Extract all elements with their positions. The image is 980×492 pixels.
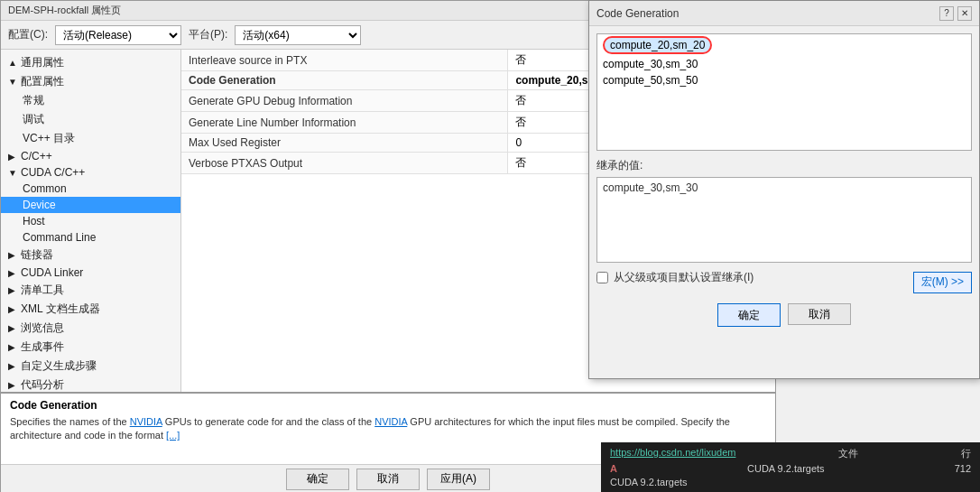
dialog-body: compute_20,sm_20 compute_30,sm_30 comput…: [589, 26, 979, 334]
prop-name: Generate Line Number Information: [181, 112, 508, 134]
inherit-checkbox-label: 从父级或项目默认设置继承(I): [614, 270, 753, 285]
info-row-1: https://blog.csdn.net/lixudem 文件 行: [610, 447, 971, 460]
expand-icon-custom: ▶: [8, 361, 19, 371]
sidebar-item-xml[interactable]: ▶ XML 文档生成器: [1, 300, 180, 319]
inherit-checkbox[interactable]: [596, 272, 608, 283]
dialog-cancel-button[interactable]: 取消: [788, 303, 851, 325]
listbox-item-2[interactable]: compute_30,sm_30: [597, 56, 971, 72]
info-cuda-targets2: CUDA 9.2.targets: [610, 477, 688, 487]
dialog-ok-button[interactable]: 确定: [717, 303, 781, 327]
expand-icon-config: ▼: [8, 77, 19, 87]
platform-label: 平台(P):: [189, 27, 227, 42]
listbox-item-3[interactable]: compute_50,sm_50: [597, 72, 971, 88]
info-row-3: CUDA 9.2.targets: [610, 477, 971, 487]
info-file-label: 文件: [838, 447, 858, 460]
macro-button[interactable]: 宏(M) >>: [913, 272, 972, 293]
code-generation-dialog: Code Generation ? ✕ compute_20,sm_20 com…: [588, 0, 980, 379]
sidebar-item-cuda[interactable]: ▼ CUDA C/C++: [1, 164, 180, 181]
checkbox-row: 从父级或项目默认设置继承(I): [596, 270, 753, 285]
info-line-num1: 712: [955, 463, 971, 474]
expand-icon-build: ▶: [8, 342, 19, 352]
main-title: DEM-SPH-rockfall 属性页: [8, 4, 121, 17]
sidebar-label-manifest: 清单工具: [21, 283, 64, 298]
inherit-label: 继承的值:: [596, 158, 972, 173]
apply-button[interactable]: 应用(A): [427, 469, 490, 490]
expand-icon-cuda-linker: ▶: [8, 268, 19, 278]
sidebar-label-host: Host: [23, 215, 45, 227]
desc-title: Code Generation: [10, 399, 766, 412]
sidebar-label-cpp: C/C++: [21, 150, 52, 162]
cancel-button[interactable]: 取消: [356, 469, 420, 490]
expand-icon-cuda: ▼: [8, 168, 19, 178]
checkbox-macro-row: 从父级或项目默认设置继承(I) 宏(M) >>: [596, 270, 972, 294]
dialog-titlebar: Code Generation ? ✕: [589, 1, 979, 26]
prop-name: Interleave source in PTX: [181, 50, 508, 71]
sidebar-item-code-analysis[interactable]: ▶ 代码分析: [1, 376, 180, 392]
prop-name: Max Used Register: [181, 134, 508, 153]
bottom-info-panel: https://blog.csdn.net/lixudem 文件 行 A CUD…: [601, 442, 980, 492]
sidebar: ▲ 通用属性 ▼ 配置属性 常规 调试 VC++ 目录 ▶ C/C++ ▼: [1, 50, 181, 392]
listbox-item-1[interactable]: compute_20,sm_20: [597, 34, 971, 56]
expand-icon-manifest: ▶: [8, 285, 19, 295]
sidebar-item-cmdline[interactable]: Command Line: [1, 229, 180, 246]
sidebar-label-cuda: CUDA C/C++: [21, 166, 85, 179]
dialog-footer: 确定 取消: [596, 303, 972, 327]
inherit-value: compute_30,sm_30: [603, 181, 698, 194]
sidebar-label-cuda-linker: CUDA Linker: [21, 266, 83, 279]
info-row-2: A CUDA 9.2.targets 712: [610, 463, 971, 474]
sidebar-label-device: Device: [23, 199, 56, 211]
sidebar-label-custom: 自定义生成步骤: [21, 358, 97, 374]
sidebar-item-normal[interactable]: 常规: [1, 91, 180, 110]
sidebar-label-normal: 常规: [23, 93, 44, 108]
sidebar-label-debug: 调试: [23, 112, 44, 127]
sidebar-item-vcpp[interactable]: VC++ 目录: [1, 129, 180, 148]
ok-button[interactable]: 确定: [286, 469, 349, 490]
prop-name-codegen: Code Generation: [181, 71, 508, 90]
sidebar-item-manifest[interactable]: ▶ 清单工具: [1, 281, 180, 300]
sidebar-item-debug[interactable]: 调试: [1, 110, 180, 129]
expand-icon-general: ▲: [8, 58, 19, 68]
info-a-label: A: [610, 463, 617, 474]
sidebar-label-common: Common: [23, 182, 67, 195]
desc-text: Specifies the names of the NVIDIA GPUs t…: [10, 415, 766, 443]
sidebar-item-common[interactable]: Common: [1, 181, 180, 197]
sidebar-item-config[interactable]: ▼ 配置属性: [1, 72, 180, 91]
config-label: 配置(C):: [8, 27, 48, 42]
dialog-close-button[interactable]: ✕: [957, 6, 972, 21]
expand-icon-cpp: ▶: [8, 152, 19, 162]
sidebar-item-custom[interactable]: ▶ 自定义生成步骤: [1, 357, 180, 376]
sidebar-item-build[interactable]: ▶ 生成事件: [1, 338, 180, 357]
listbox-item-highlight: compute_20,sm_20: [603, 36, 712, 54]
expand-icon-browse: ▶: [8, 323, 19, 333]
platform-select[interactable]: 活动(x64): [235, 25, 361, 45]
code-gen-listbox[interactable]: compute_20,sm_20 compute_30,sm_30 comput…: [596, 33, 972, 151]
dialog-title: Code Generation: [596, 7, 679, 20]
info-link[interactable]: https://blog.csdn.net/lixudem: [610, 447, 735, 460]
sidebar-label-cmdline: Command Line: [23, 231, 96, 244]
sidebar-item-host[interactable]: Host: [1, 213, 180, 229]
highlight-nvidia: NVIDIA: [130, 416, 162, 427]
prop-name: Verbose PTXAS Output: [181, 153, 508, 174]
sidebar-label-vcpp: VC++ 目录: [23, 131, 75, 146]
sidebar-item-cpp[interactable]: ▶ C/C++: [1, 148, 180, 164]
dialog-controls: ? ✕: [939, 6, 972, 21]
sidebar-label-linker: 链接器: [21, 247, 53, 263]
sidebar-label-code-analysis: 代码分析: [21, 377, 64, 392]
sidebar-item-linker[interactable]: ▶ 链接器: [1, 246, 180, 265]
listbox-content: compute_20,sm_20 compute_30,sm_30 comput…: [597, 34, 971, 88]
expand-icon-xml: ▶: [8, 304, 19, 314]
highlight-link[interactable]: [...]: [166, 430, 180, 441]
highlight-nvidia2: NVIDIA: [374, 416, 407, 427]
sidebar-item-browse[interactable]: ▶ 浏览信息: [1, 319, 180, 338]
dialog-help-button[interactable]: ?: [939, 6, 954, 21]
sidebar-label-build: 生成事件: [21, 339, 64, 355]
sidebar-item-cuda-linker[interactable]: ▶ CUDA Linker: [1, 265, 180, 281]
sidebar-label-general: 通用属性: [21, 55, 64, 70]
info-file-value: 行: [961, 447, 971, 460]
sidebar-item-device[interactable]: Device: [1, 197, 180, 213]
expand-icon-code-analysis: ▶: [8, 380, 19, 390]
sidebar-label-xml: XML 文档生成器: [21, 302, 100, 317]
config-select[interactable]: 活动(Release): [55, 25, 181, 45]
sidebar-item-general[interactable]: ▲ 通用属性: [1, 53, 180, 72]
sidebar-label-browse: 浏览信息: [21, 320, 64, 336]
